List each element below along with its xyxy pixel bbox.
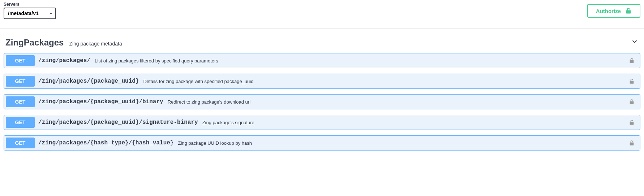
http-method-badge: GET	[6, 117, 35, 128]
operation-row[interactable]: GET/zing/packages/{package_uuid}Details …	[4, 74, 640, 89]
operation-row[interactable]: GET/zing/packages/{hash_type}/{hash_valu…	[4, 135, 640, 151]
server-select-wrap: /metadata/v1	[4, 8, 56, 19]
collapse-toggle[interactable]	[631, 38, 639, 47]
server-select[interactable]: /metadata/v1	[4, 8, 56, 19]
operation-row[interactable]: GET/zing/packages/{package_uuid}/signatu…	[4, 115, 640, 130]
operation-path: /zing/packages/	[38, 57, 90, 64]
operation-row[interactable]: GET/zing/packages/{package_uuid}/binaryR…	[4, 94, 640, 109]
top-bar: Servers /metadata/v1 Authorize	[0, 0, 644, 29]
operation-summary: Zing package's signature	[202, 120, 629, 125]
operation-summary: List of zing packages filtered by specif…	[95, 58, 629, 64]
tag-title-wrap: ZingPackages Zing package metadata	[5, 38, 122, 48]
operation-row[interactable]: GET/zing/packages/List of zing packages …	[4, 53, 640, 68]
auth-lock-icon[interactable]	[629, 119, 635, 126]
operation-summary: Redirect to zing package's download url	[168, 99, 629, 105]
servers-label: Servers	[4, 2, 56, 7]
tag-description: Zing package metadata	[69, 41, 122, 47]
auth-lock-icon[interactable]	[629, 99, 635, 105]
auth-lock-icon[interactable]	[629, 57, 635, 64]
operation-summary: Zing package UUID lookup by hash	[178, 140, 629, 146]
authorize-button[interactable]: Authorize	[587, 4, 640, 18]
auth-lock-icon[interactable]	[629, 140, 635, 146]
operation-path: /zing/packages/{hash_type}/{hash_value}	[38, 140, 173, 146]
http-method-badge: GET	[6, 76, 35, 87]
http-method-badge: GET	[6, 138, 35, 148]
chevron-down-icon	[631, 38, 639, 45]
http-method-badge: GET	[6, 96, 35, 107]
tag-section: ZingPackages Zing package metadata GET/z…	[0, 29, 644, 158]
operation-path: /zing/packages/{package_uuid}/binary	[38, 99, 163, 105]
operation-summary: Details for zing package with specified …	[143, 79, 629, 84]
operation-path: /zing/packages/{package_uuid}/signature-…	[38, 119, 198, 126]
servers-block: Servers /metadata/v1	[4, 2, 56, 19]
tag-header[interactable]: ZingPackages Zing package metadata	[4, 36, 640, 53]
unlock-icon	[625, 8, 632, 14]
auth-lock-icon[interactable]	[629, 78, 635, 84]
http-method-badge: GET	[6, 55, 35, 66]
operation-list: GET/zing/packages/List of zing packages …	[4, 53, 640, 154]
tag-name: ZingPackages	[5, 38, 64, 48]
authorize-label: Authorize	[596, 8, 621, 14]
operation-path: /zing/packages/{package_uuid}	[38, 78, 139, 84]
